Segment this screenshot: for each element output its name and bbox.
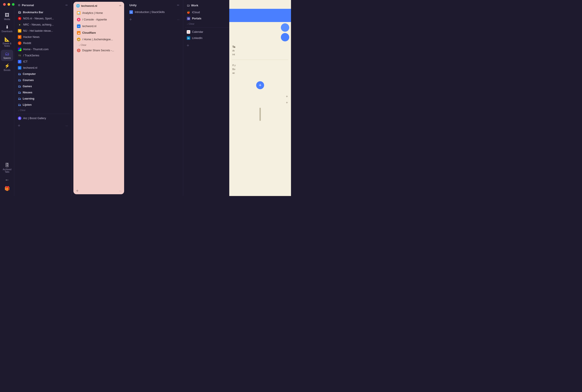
hacker-item[interactable]: Y Hacker News (16, 34, 70, 40)
body-line3: ac (232, 71, 288, 75)
bookmarks-bar-label: Bookmarks Bar (23, 11, 43, 14)
arc-boost-item[interactable]: A Arc | Boost Gallery (16, 115, 70, 121)
personal-more-icon[interactable]: ··· (66, 124, 68, 127)
popup-techword2-item[interactable]: tw techword.nl (75, 23, 122, 30)
lijsten-folder[interactable]: 🗂 Lijsten (16, 102, 70, 108)
unity-panel-title: Unity (129, 4, 137, 7)
add-button[interactable]: + (256, 81, 264, 89)
right-panel-body-text: If y Bo ac (229, 61, 291, 77)
popup-jochems-item[interactable]: 🏠 / Home | Jochemdegoe... (75, 36, 122, 43)
sidebar-item-archived[interactable]: 🗄 Archived Tabs (1, 161, 13, 175)
stackskills-item[interactable]: ≡ Introduction | StackSkills (128, 9, 181, 15)
appwrite-favicon: A (77, 18, 81, 21)
games-folder[interactable]: 🗂 Games (16, 83, 70, 90)
ict-favicon: I (18, 60, 21, 64)
reddit-item[interactable]: r Reddit (16, 40, 70, 46)
popup-move-icon[interactable]: ✛ (76, 189, 79, 192)
games-label: Games (23, 85, 32, 88)
sidebar-gift-button[interactable]: 🎁 (1, 184, 13, 192)
portals-item[interactable]: 🗂 Portals (185, 16, 229, 22)
nieuws-folder[interactable]: 🗂 Nieuws (16, 90, 70, 96)
personal-panel-title: Personal (22, 4, 34, 7)
right-panel-divider1 (232, 60, 288, 60)
work-move-icon[interactable]: ✛ (187, 44, 189, 47)
sidebar-item-downloads[interactable]: ⬇ Downloads (1, 23, 13, 34)
computer-folder[interactable]: 🗂 Computer (16, 71, 70, 77)
unity-more-icon[interactable]: ··· (177, 18, 179, 21)
cloudflare-label: Cloudflare (82, 31, 96, 34)
right-text-line3: int (232, 53, 288, 56)
nos-item[interactable]: N NOS.nl - Nieuws, Sport... (16, 16, 70, 22)
ict-item[interactable]: I ICT (16, 58, 70, 65)
computer-label: Computer (23, 72, 36, 76)
work-clear-button[interactable]: ↓ Clear (185, 22, 229, 26)
sidebar-label-archived: Archived Tabs (2, 168, 12, 173)
media-icon: 🖼 (5, 13, 9, 17)
work-panel-header: 🗂 Work ✏ (185, 3, 229, 9)
bookmarks-bar-item[interactable]: 🗂 Bookmarks Bar (16, 9, 70, 16)
body-line2: Bo (232, 68, 288, 71)
calendar-label: Calendar (192, 30, 203, 34)
doppler-label: Doppler Share Secrets -... (82, 49, 114, 52)
plus-icon-1[interactable]: + (286, 94, 288, 98)
sidebar-back-button[interactable]: ← (1, 176, 13, 184)
popup-edit-icon[interactable]: ✏ (119, 4, 121, 7)
popup-title-row: 🌐 techword.nl (76, 4, 97, 8)
analytics-label: Analytics | Home (82, 12, 103, 14)
learning-folder[interactable]: 🗂 Learning (16, 96, 70, 102)
popup-doppler-item[interactable]: D Doppler Share Secrets -... (75, 47, 122, 54)
trackseries-favicon: TS (18, 54, 21, 57)
trackseries-item[interactable]: TS / TrackSeries (16, 52, 70, 58)
popup-appwrite-item[interactable]: A / Console - Appwrite (75, 16, 122, 23)
unity-panel-header: Unity ✏ (128, 3, 181, 9)
unity-move-icon[interactable]: ✛ (129, 18, 132, 21)
sidebar-item-spaces[interactable]: 🗂 Spaces (1, 50, 13, 61)
sidebar-item-easels[interactable]: 📐 Easels & Notes (1, 35, 13, 49)
learning-folder-icon: 🗂 (18, 97, 21, 100)
sidebar-item-media[interactable]: 🖼 Media (1, 11, 13, 22)
thurrott-item[interactable]: Home - Thurrott.com (16, 46, 70, 52)
calendar-favicon: 31 (187, 30, 190, 34)
maximize-button[interactable] (12, 3, 15, 6)
popup-clear-button[interactable]: ↓ Clear (75, 43, 122, 47)
right-panel-blue-block (229, 9, 291, 22)
courses-folder[interactable]: 🗂 Courses (16, 77, 70, 83)
close-button[interactable] (3, 3, 6, 6)
appwrite-label: / Console - Appwrite (82, 18, 107, 21)
add-icon: + (259, 82, 262, 88)
thurrott-favicon (18, 48, 21, 51)
personal-panel: ⚙ Personal ✏ 🗂 Bookmarks Bar N NOS.nl - … (14, 0, 72, 196)
personal-clear-button[interactable]: ↓ Clear (16, 108, 70, 112)
work-panel: 🗂 Work ✏ 🍎 iCloud 🗂 Portals ↓ Clear 31 C… (183, 0, 229, 196)
right-panel-top (229, 0, 291, 9)
popup-cloudflare-item[interactable]: ☁ Cloudflare (75, 30, 122, 36)
popup-more-icon[interactable]: ··· (119, 189, 121, 192)
boosts-icon: ⚡ (5, 64, 10, 68)
linkedin-label: LinkedIn (192, 36, 202, 40)
plus-icon-2[interactable]: + (286, 101, 288, 104)
ict-label: ICT (23, 60, 28, 63)
personal-edit-icon[interactable]: ✏ (66, 4, 68, 7)
calendar-item[interactable]: 31 Calendar (185, 29, 229, 35)
hacker-label: Hacker News (23, 36, 40, 38)
minimize-button[interactable] (8, 3, 10, 6)
unity-panel-footer: ✛ ··· (128, 16, 181, 23)
arc-favicon: A (18, 116, 21, 120)
popup-analytics-item[interactable]: 📊 Analytics | Home (75, 10, 122, 16)
nrc-label: NRC - Nieuws, achterg... (23, 23, 54, 26)
work-panel-title: Work (191, 4, 198, 7)
personal-move-icon[interactable]: ✛ (18, 124, 20, 127)
scrollbar-area (229, 106, 291, 123)
unity-edit-icon[interactable]: ✏ (177, 4, 179, 7)
cloudflare-favicon: ☁ (77, 31, 81, 34)
courses-folder-icon: 🗂 (18, 78, 21, 82)
linkedin-item[interactable]: in LinkedIn (185, 35, 229, 41)
techword-popup-card: 🌐 techword.nl ✏ 📊 Analytics | Home A / C… (73, 2, 124, 194)
sidebar-bottom: ← 🎁 (1, 176, 13, 196)
nu-item[interactable]: N NU - Het laatste nieuw... (16, 28, 70, 34)
nrc-item[interactable]: ● NRC - Nieuws, achterg... (16, 22, 70, 28)
analytics-favicon: 📊 (77, 11, 81, 15)
sidebar-item-boosts[interactable]: ⚡ Boosts (1, 62, 13, 73)
icloud-item[interactable]: 🍎 iCloud (185, 9, 229, 16)
techword-item[interactable]: tw techword.nl (16, 65, 70, 71)
